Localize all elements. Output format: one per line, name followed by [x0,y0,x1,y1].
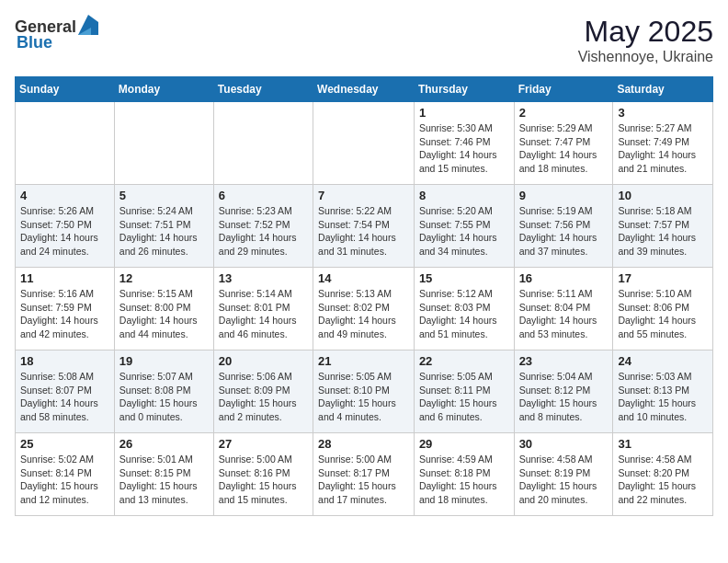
day-number: 19 [119,354,209,368]
day-info: Sunrise: 5:13 AMSunset: 8:02 PMDaylight:… [318,287,409,341]
day-info: Sunrise: 5:19 AMSunset: 7:56 PMDaylight:… [519,204,609,259]
day-number: 25 [20,437,109,451]
day-number: 21 [318,354,409,368]
day-number: 31 [618,437,708,451]
calendar-cell: 25Sunrise: 5:02 AMSunset: 8:14 PMDayligh… [16,433,115,516]
week-row-2: 4Sunrise: 5:26 AMSunset: 7:50 PMDaylight… [16,185,713,268]
title-block: May 2025 Vishennoye, Ukraine [578,15,713,65]
day-info: Sunrise: 5:06 AMSunset: 8:09 PMDaylight:… [219,370,308,424]
calendar-cell: 6Sunrise: 5:23 AMSunset: 7:52 PMDaylight… [213,185,313,268]
day-info: Sunrise: 5:02 AMSunset: 8:14 PMDaylight:… [20,453,109,507]
weekday-header-saturday: Saturday [613,77,713,102]
day-number: 1 [419,106,509,120]
day-info: Sunrise: 5:29 AMSunset: 7:47 PMDaylight:… [519,121,609,176]
day-number: 22 [419,354,509,368]
calendar-cell: 30Sunrise: 4:58 AMSunset: 8:19 PMDayligh… [514,433,613,516]
calendar-cell: 2Sunrise: 5:29 AMSunset: 7:47 PMDaylight… [514,102,613,185]
day-number: 10 [618,189,708,202]
logo: General Blue [15,15,98,52]
day-number: 15 [419,271,509,285]
day-info: Sunrise: 5:10 AMSunset: 8:06 PMDaylight:… [618,287,708,341]
day-info: Sunrise: 5:30 AMSunset: 7:46 PMDaylight:… [419,121,509,176]
day-info: Sunrise: 5:27 AMSunset: 7:49 PMDaylight:… [618,121,708,176]
day-number: 17 [618,271,708,285]
calendar-cell [16,102,115,185]
day-info: Sunrise: 5:00 AMSunset: 8:16 PMDaylight:… [219,453,308,507]
weekday-header-sunday: Sunday [16,77,115,102]
day-info: Sunrise: 5:11 AMSunset: 8:04 PMDaylight:… [519,287,609,341]
week-row-5: 25Sunrise: 5:02 AMSunset: 8:14 PMDayligh… [16,433,713,516]
week-row-3: 11Sunrise: 5:16 AMSunset: 7:59 PMDayligh… [16,268,713,350]
day-info: Sunrise: 5:18 AMSunset: 7:57 PMDaylight:… [618,204,708,259]
day-number: 14 [318,271,409,285]
day-number: 12 [119,271,209,285]
logo-icon [78,15,98,35]
week-row-4: 18Sunrise: 5:08 AMSunset: 8:07 PMDayligh… [16,350,713,433]
logo-blue: Blue [17,33,52,52]
day-info: Sunrise: 5:15 AMSunset: 8:00 PMDaylight:… [119,287,209,341]
calendar-cell: 3Sunrise: 5:27 AMSunset: 7:49 PMDaylight… [613,102,713,185]
calendar-cell: 5Sunrise: 5:24 AMSunset: 7:51 PMDaylight… [114,185,213,268]
day-number: 7 [318,189,409,202]
calendar-cell: 28Sunrise: 5:00 AMSunset: 8:17 PMDayligh… [313,433,415,516]
calendar-cell: 26Sunrise: 5:01 AMSunset: 8:15 PMDayligh… [114,433,213,516]
month-year-title: May 2025 [578,15,713,49]
calendar-cell: 14Sunrise: 5:13 AMSunset: 8:02 PMDayligh… [313,268,415,350]
day-info: Sunrise: 5:24 AMSunset: 7:51 PMDaylight:… [119,204,209,259]
day-number: 24 [618,354,708,368]
day-info: Sunrise: 4:58 AMSunset: 8:20 PMDaylight:… [618,453,708,507]
calendar-cell: 1Sunrise: 5:30 AMSunset: 7:46 PMDaylight… [414,102,514,185]
day-number: 27 [219,437,308,451]
week-row-1: 1Sunrise: 5:30 AMSunset: 7:46 PMDaylight… [16,102,713,185]
page-header: General Blue May 2025 Vishennoye, Ukrain… [15,15,713,65]
calendar-cell: 22Sunrise: 5:05 AMSunset: 8:11 PMDayligh… [414,350,514,433]
weekday-header-thursday: Thursday [414,77,514,102]
calendar-cell: 27Sunrise: 5:00 AMSunset: 8:16 PMDayligh… [213,433,313,516]
calendar-cell: 9Sunrise: 5:19 AMSunset: 7:56 PMDaylight… [514,185,613,268]
calendar-cell: 17Sunrise: 5:10 AMSunset: 8:06 PMDayligh… [613,268,713,350]
calendar-cell: 29Sunrise: 4:59 AMSunset: 8:18 PMDayligh… [414,433,514,516]
calendar-cell [114,102,213,185]
day-info: Sunrise: 4:59 AMSunset: 8:18 PMDaylight:… [419,453,509,507]
calendar-cell: 12Sunrise: 5:15 AMSunset: 8:00 PMDayligh… [114,268,213,350]
day-info: Sunrise: 5:22 AMSunset: 7:54 PMDaylight:… [318,204,409,259]
calendar-cell: 8Sunrise: 5:20 AMSunset: 7:55 PMDaylight… [414,185,514,268]
calendar-cell [313,102,415,185]
day-info: Sunrise: 4:58 AMSunset: 8:19 PMDaylight:… [519,453,609,507]
calendar-cell: 21Sunrise: 5:05 AMSunset: 8:10 PMDayligh… [313,350,415,433]
weekday-header-wednesday: Wednesday [313,77,415,102]
day-info: Sunrise: 5:08 AMSunset: 8:07 PMDaylight:… [20,370,109,424]
day-number: 28 [318,437,409,451]
weekday-header-row: SundayMondayTuesdayWednesdayThursdayFrid… [16,77,713,102]
calendar-cell [213,102,313,185]
day-info: Sunrise: 5:07 AMSunset: 8:08 PMDaylight:… [119,370,209,424]
calendar-cell: 18Sunrise: 5:08 AMSunset: 8:07 PMDayligh… [16,350,115,433]
calendar-cell: 20Sunrise: 5:06 AMSunset: 8:09 PMDayligh… [213,350,313,433]
day-info: Sunrise: 5:04 AMSunset: 8:12 PMDaylight:… [519,370,609,424]
day-number: 9 [519,189,609,202]
calendar-cell: 11Sunrise: 5:16 AMSunset: 7:59 PMDayligh… [16,268,115,350]
day-info: Sunrise: 5:14 AMSunset: 8:01 PMDaylight:… [219,287,308,341]
day-info: Sunrise: 5:12 AMSunset: 8:03 PMDaylight:… [419,287,509,341]
day-info: Sunrise: 5:05 AMSunset: 8:11 PMDaylight:… [419,370,509,424]
day-number: 20 [219,354,308,368]
weekday-header-monday: Monday [114,77,213,102]
calendar-table: SundayMondayTuesdayWednesdayThursdayFrid… [15,76,713,516]
weekday-header-tuesday: Tuesday [213,77,313,102]
day-number: 30 [519,437,609,451]
day-info: Sunrise: 5:26 AMSunset: 7:50 PMDaylight:… [20,204,109,259]
day-info: Sunrise: 5:23 AMSunset: 7:52 PMDaylight:… [219,204,308,259]
calendar-cell: 23Sunrise: 5:04 AMSunset: 8:12 PMDayligh… [514,350,613,433]
day-info: Sunrise: 5:16 AMSunset: 7:59 PMDaylight:… [20,287,109,341]
day-number: 26 [119,437,209,451]
day-number: 23 [519,354,609,368]
day-number: 13 [219,271,308,285]
calendar-cell: 24Sunrise: 5:03 AMSunset: 8:13 PMDayligh… [613,350,713,433]
weekday-header-friday: Friday [514,77,613,102]
calendar-cell: 4Sunrise: 5:26 AMSunset: 7:50 PMDaylight… [16,185,115,268]
day-number: 5 [119,189,209,202]
day-number: 16 [519,271,609,285]
day-info: Sunrise: 5:01 AMSunset: 8:15 PMDaylight:… [119,453,209,507]
day-number: 3 [618,106,708,120]
day-number: 6 [219,189,308,202]
